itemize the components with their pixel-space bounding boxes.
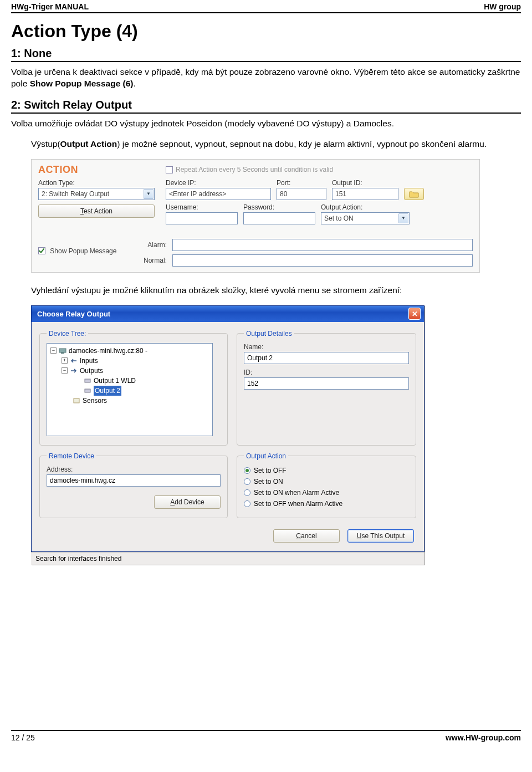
tree-outputs[interactable]: − Outputs <box>50 366 209 376</box>
tree-inputs[interactable]: + Inputs <box>50 356 209 366</box>
header-right: HW group <box>484 2 521 11</box>
address-label: Address: <box>47 466 221 473</box>
address-input[interactable]: damocles-mini.hwg.cz <box>47 474 221 487</box>
repeat-label: Repeat Action every 5 Seconds until cond… <box>176 166 333 173</box>
section-2-heading: 2: Switch Relay Output <box>11 99 521 114</box>
page-footer: 12 / 25 www.HW-group.com <box>11 730 521 742</box>
use-output-button[interactable]: Use This Output <box>347 529 414 543</box>
page-number: 12 / 25 <box>11 733 35 742</box>
chevron-down-icon: ▼ <box>144 189 154 199</box>
device-tree-group: Device Tree: − damocles-mini.hwg.cz:80 -… <box>39 330 228 446</box>
name-input[interactable]: Output 2 <box>244 352 409 364</box>
device-ip-label: Device IP: <box>166 179 271 187</box>
show-popup-checkbox[interactable] <box>38 247 45 254</box>
arrow-in-icon <box>70 357 78 364</box>
action-title: ACTION <box>38 164 166 176</box>
output-action-label: Output Action: <box>321 203 410 211</box>
radio-on-when-alarm[interactable]: Set to ON when Alarm Active <box>244 489 409 497</box>
port-label: Port: <box>277 179 326 187</box>
dialog-titlebar[interactable]: Choose Relay Output ✕ <box>31 305 424 322</box>
section-1-heading: 1: None <box>11 47 521 62</box>
svg-rect-0 <box>59 349 66 352</box>
section-2-para1: Volba umožňuje ovládat DO výstupy jednot… <box>11 118 521 130</box>
action-type-label: Action Type: <box>38 179 166 187</box>
device-ip-input[interactable]: <Enter IP address> <box>166 188 271 200</box>
cancel-button[interactable]: Cancel <box>273 529 340 543</box>
mid-paragraph: Vyhledání výstupu je možné kliknutím na … <box>31 285 521 296</box>
output-node-icon <box>84 387 91 394</box>
radio-off-when-alarm[interactable]: Set to OFF when Alarm Active <box>244 500 409 508</box>
folder-icon <box>409 190 419 198</box>
test-action-button[interactable]: Test Action <box>38 204 155 218</box>
output-id-label: Output ID: <box>332 179 398 187</box>
tree-root[interactable]: − damocles-mini.hwg.cz:80 - <box>50 346 209 356</box>
close-button[interactable]: ✕ <box>408 308 421 320</box>
output-action-legend: Output Action <box>244 452 288 460</box>
dialog-statusbar: Search for interfaces finished <box>31 552 424 565</box>
svg-rect-3 <box>85 389 90 392</box>
remote-device-group: Remote Device Address: damocles-mini.hwg… <box>39 452 228 518</box>
repeat-checkbox[interactable] <box>166 166 173 173</box>
action-type-combo[interactable]: 2: Switch Relay Output ▼ <box>38 188 155 200</box>
browse-output-button[interactable] <box>404 188 424 200</box>
device-tree[interactable]: − damocles-mini.hwg.cz:80 - + Inputs − <box>47 343 213 436</box>
page-title: Action Type (4) <box>11 21 521 42</box>
alarm-input[interactable] <box>172 239 473 251</box>
choose-relay-dialog: Choose Relay Output ✕ Device Tree: − dam… <box>31 305 424 565</box>
port-input[interactable]: 80 <box>277 188 326 200</box>
tree-output-2[interactable]: Output 2 <box>50 386 209 396</box>
password-label: Password: <box>243 203 315 211</box>
section-2-para2: Výstup(Output Action) je možné sepnout, … <box>31 139 521 150</box>
svg-rect-2 <box>85 379 90 382</box>
header-left: HWg-Triger MANUAL <box>11 2 89 11</box>
password-input[interactable] <box>243 212 315 224</box>
normal-label: Normal: <box>140 257 167 264</box>
section-1-para: Volba je určena k deaktivaci sekce v pří… <box>11 67 521 90</box>
footer-url: www.HW-group.com <box>446 733 521 742</box>
tree-sensors[interactable]: Sensors <box>50 396 209 406</box>
page-header: HWg-Triger MANUAL HW group <box>11 0 521 13</box>
action-panel: ACTION Repeat Action every 5 Seconds unt… <box>31 159 480 273</box>
add-device-button[interactable]: Add Device <box>154 495 221 509</box>
output-details-legend: Output Detailes <box>244 330 294 338</box>
output-details-group: Output Detailes Name: Output 2 ID: 152 <box>237 330 416 446</box>
username-label: Username: <box>166 203 238 211</box>
output-action-combo[interactable]: Set to ON ▼ <box>321 212 410 224</box>
remote-device-legend: Remote Device <box>47 452 96 460</box>
username-input[interactable] <box>166 212 238 224</box>
svg-rect-1 <box>61 352 64 354</box>
device-icon <box>59 347 66 354</box>
output-node-icon <box>84 377 91 384</box>
device-tree-legend: Device Tree: <box>47 330 88 338</box>
normal-input[interactable] <box>172 254 473 267</box>
svg-rect-4 <box>74 398 79 403</box>
close-icon: ✕ <box>412 310 418 318</box>
alarm-label: Alarm: <box>140 241 167 249</box>
output-id-input[interactable]: 151 <box>332 188 398 200</box>
sensor-icon <box>73 397 80 404</box>
id-label: ID: <box>244 369 409 376</box>
tree-output-1[interactable]: Output 1 WLD <box>50 376 209 386</box>
arrow-out-icon <box>70 367 78 374</box>
radio-set-off[interactable]: Set to OFF <box>244 467 409 474</box>
show-popup-label: Show Popup Message <box>50 247 116 255</box>
name-label: Name: <box>244 343 409 351</box>
output-action-group: Output Action Set to OFF Set to ON Set t… <box>237 452 416 518</box>
id-input[interactable]: 152 <box>244 377 409 390</box>
dialog-title: Choose Relay Output <box>37 310 110 318</box>
chevron-down-icon: ▼ <box>398 213 408 223</box>
radio-set-on[interactable]: Set to ON <box>244 478 409 485</box>
